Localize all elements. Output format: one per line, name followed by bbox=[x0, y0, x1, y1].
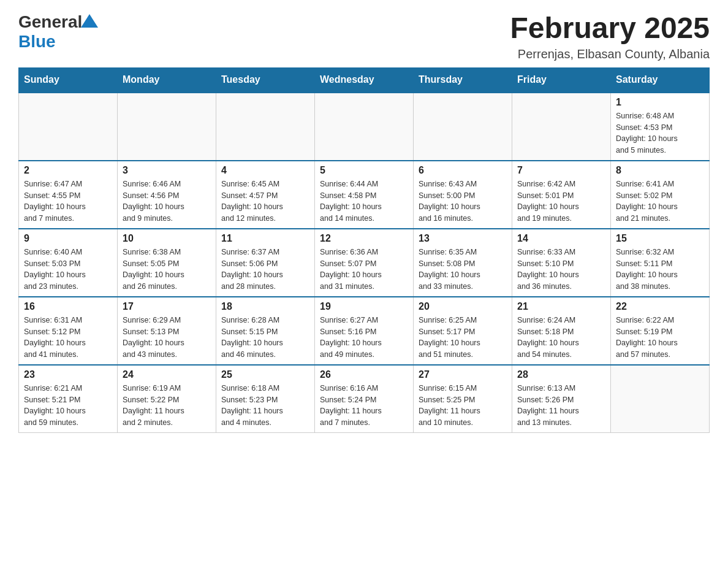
table-row: 21Sunrise: 6:24 AM Sunset: 5:18 PM Dayli… bbox=[512, 297, 611, 365]
title-block: February 2025 Perrenjas, Elbasan County,… bbox=[510, 12, 710, 61]
day-number: 9 bbox=[24, 233, 112, 244]
header-wednesday: Wednesday bbox=[315, 67, 414, 92]
table-row: 2Sunrise: 6:47 AM Sunset: 4:55 PM Daylig… bbox=[19, 161, 118, 229]
table-row: 6Sunrise: 6:43 AM Sunset: 5:00 PM Daylig… bbox=[414, 161, 512, 229]
day-info: Sunrise: 6:38 AM Sunset: 5:05 PM Dayligh… bbox=[123, 247, 211, 293]
calendar-week-2: 2Sunrise: 6:47 AM Sunset: 4:55 PM Daylig… bbox=[19, 161, 710, 229]
table-row: 1Sunrise: 6:48 AM Sunset: 4:53 PM Daylig… bbox=[611, 92, 710, 161]
calendar-week-3: 9Sunrise: 6:40 AM Sunset: 5:03 PM Daylig… bbox=[19, 229, 710, 297]
day-number: 3 bbox=[123, 165, 211, 176]
day-number: 7 bbox=[517, 165, 605, 176]
day-number: 18 bbox=[221, 301, 309, 312]
calendar-table: Sunday Monday Tuesday Wednesday Thursday… bbox=[18, 67, 710, 433]
header-thursday: Thursday bbox=[414, 67, 512, 92]
day-number: 26 bbox=[320, 369, 408, 380]
table-row: 13Sunrise: 6:35 AM Sunset: 5:08 PM Dayli… bbox=[414, 229, 512, 297]
table-row: 22Sunrise: 6:22 AM Sunset: 5:19 PM Dayli… bbox=[611, 297, 710, 365]
day-number: 12 bbox=[320, 233, 408, 244]
day-number: 5 bbox=[320, 165, 408, 176]
day-number: 22 bbox=[616, 301, 704, 312]
day-number: 27 bbox=[419, 369, 507, 380]
logo-blue-text: Blue bbox=[18, 32, 56, 52]
table-row: 12Sunrise: 6:36 AM Sunset: 5:07 PM Dayli… bbox=[315, 229, 414, 297]
day-info: Sunrise: 6:15 AM Sunset: 5:25 PM Dayligh… bbox=[419, 383, 507, 429]
table-row: 14Sunrise: 6:33 AM Sunset: 5:10 PM Dayli… bbox=[512, 229, 611, 297]
table-row bbox=[19, 92, 118, 161]
day-number: 28 bbox=[517, 369, 605, 380]
table-row: 7Sunrise: 6:42 AM Sunset: 5:01 PM Daylig… bbox=[512, 161, 611, 229]
day-info: Sunrise: 6:37 AM Sunset: 5:06 PM Dayligh… bbox=[221, 247, 309, 293]
table-row bbox=[414, 92, 512, 161]
weekday-header-row: Sunday Monday Tuesday Wednesday Thursday… bbox=[19, 67, 710, 92]
day-info: Sunrise: 6:40 AM Sunset: 5:03 PM Dayligh… bbox=[24, 247, 112, 293]
day-info: Sunrise: 6:36 AM Sunset: 5:07 PM Dayligh… bbox=[320, 247, 408, 293]
table-row: 5Sunrise: 6:44 AM Sunset: 4:58 PM Daylig… bbox=[315, 161, 414, 229]
day-number: 21 bbox=[517, 301, 605, 312]
day-number: 6 bbox=[419, 165, 507, 176]
logo-general-text: General bbox=[18, 12, 82, 32]
day-info: Sunrise: 6:32 AM Sunset: 5:11 PM Dayligh… bbox=[616, 247, 704, 293]
day-number: 23 bbox=[24, 369, 112, 380]
header-tuesday: Tuesday bbox=[216, 67, 315, 92]
location-title: Perrenjas, Elbasan County, Albania bbox=[510, 47, 710, 61]
day-info: Sunrise: 6:18 AM Sunset: 5:23 PM Dayligh… bbox=[221, 383, 309, 429]
day-number: 1 bbox=[616, 97, 704, 108]
day-number: 15 bbox=[616, 233, 704, 244]
day-info: Sunrise: 6:28 AM Sunset: 5:15 PM Dayligh… bbox=[221, 315, 309, 361]
table-row: 8Sunrise: 6:41 AM Sunset: 5:02 PM Daylig… bbox=[611, 161, 710, 229]
day-info: Sunrise: 6:24 AM Sunset: 5:18 PM Dayligh… bbox=[517, 315, 605, 361]
calendar-week-4: 16Sunrise: 6:31 AM Sunset: 5:12 PM Dayli… bbox=[19, 297, 710, 365]
day-info: Sunrise: 6:29 AM Sunset: 5:13 PM Dayligh… bbox=[123, 315, 211, 361]
day-number: 24 bbox=[123, 369, 211, 380]
month-title: February 2025 bbox=[510, 12, 710, 45]
calendar-week-1: 1Sunrise: 6:48 AM Sunset: 4:53 PM Daylig… bbox=[19, 92, 710, 161]
day-number: 25 bbox=[221, 369, 309, 380]
day-number: 13 bbox=[419, 233, 507, 244]
table-row bbox=[216, 92, 315, 161]
table-row: 17Sunrise: 6:29 AM Sunset: 5:13 PM Dayli… bbox=[118, 297, 216, 365]
table-row: 26Sunrise: 6:16 AM Sunset: 5:24 PM Dayli… bbox=[315, 365, 414, 433]
table-row: 20Sunrise: 6:25 AM Sunset: 5:17 PM Dayli… bbox=[414, 297, 512, 365]
table-row: 16Sunrise: 6:31 AM Sunset: 5:12 PM Dayli… bbox=[19, 297, 118, 365]
header-monday: Monday bbox=[118, 67, 216, 92]
table-row bbox=[118, 92, 216, 161]
calendar-week-5: 23Sunrise: 6:21 AM Sunset: 5:21 PM Dayli… bbox=[19, 365, 710, 433]
day-info: Sunrise: 6:31 AM Sunset: 5:12 PM Dayligh… bbox=[24, 315, 112, 361]
day-number: 4 bbox=[221, 165, 309, 176]
day-info: Sunrise: 6:13 AM Sunset: 5:26 PM Dayligh… bbox=[517, 383, 605, 429]
page-header: General Blue February 2025 Perrenjas, El… bbox=[18, 12, 710, 61]
day-info: Sunrise: 6:45 AM Sunset: 4:57 PM Dayligh… bbox=[221, 178, 309, 224]
day-info: Sunrise: 6:21 AM Sunset: 5:21 PM Dayligh… bbox=[24, 383, 112, 429]
day-info: Sunrise: 6:19 AM Sunset: 5:22 PM Dayligh… bbox=[123, 383, 211, 429]
table-row: 28Sunrise: 6:13 AM Sunset: 5:26 PM Dayli… bbox=[512, 365, 611, 433]
table-row: 15Sunrise: 6:32 AM Sunset: 5:11 PM Dayli… bbox=[611, 229, 710, 297]
day-number: 2 bbox=[24, 165, 112, 176]
day-info: Sunrise: 6:44 AM Sunset: 4:58 PM Dayligh… bbox=[320, 178, 408, 224]
day-number: 11 bbox=[221, 233, 309, 244]
table-row: 23Sunrise: 6:21 AM Sunset: 5:21 PM Dayli… bbox=[19, 365, 118, 433]
day-info: Sunrise: 6:22 AM Sunset: 5:19 PM Dayligh… bbox=[616, 315, 704, 361]
day-info: Sunrise: 6:41 AM Sunset: 5:02 PM Dayligh… bbox=[616, 178, 704, 224]
table-row: 10Sunrise: 6:38 AM Sunset: 5:05 PM Dayli… bbox=[118, 229, 216, 297]
day-number: 10 bbox=[123, 233, 211, 244]
logo-triangle-icon bbox=[81, 14, 98, 28]
table-row: 24Sunrise: 6:19 AM Sunset: 5:22 PM Dayli… bbox=[118, 365, 216, 433]
day-info: Sunrise: 6:27 AM Sunset: 5:16 PM Dayligh… bbox=[320, 315, 408, 361]
table-row: 25Sunrise: 6:18 AM Sunset: 5:23 PM Dayli… bbox=[216, 365, 315, 433]
table-row: 11Sunrise: 6:37 AM Sunset: 5:06 PM Dayli… bbox=[216, 229, 315, 297]
table-row: 4Sunrise: 6:45 AM Sunset: 4:57 PM Daylig… bbox=[216, 161, 315, 229]
day-info: Sunrise: 6:48 AM Sunset: 4:53 PM Dayligh… bbox=[616, 110, 704, 156]
day-info: Sunrise: 6:42 AM Sunset: 5:01 PM Dayligh… bbox=[517, 178, 605, 224]
table-row: 9Sunrise: 6:40 AM Sunset: 5:03 PM Daylig… bbox=[19, 229, 118, 297]
logo: General Blue bbox=[18, 12, 98, 52]
table-row: 19Sunrise: 6:27 AM Sunset: 5:16 PM Dayli… bbox=[315, 297, 414, 365]
table-row: 18Sunrise: 6:28 AM Sunset: 5:15 PM Dayli… bbox=[216, 297, 315, 365]
day-info: Sunrise: 6:46 AM Sunset: 4:56 PM Dayligh… bbox=[123, 178, 211, 224]
day-info: Sunrise: 6:35 AM Sunset: 5:08 PM Dayligh… bbox=[419, 247, 507, 293]
day-number: 14 bbox=[517, 233, 605, 244]
day-number: 20 bbox=[419, 301, 507, 312]
day-number: 17 bbox=[123, 301, 211, 312]
table-row: 27Sunrise: 6:15 AM Sunset: 5:25 PM Dayli… bbox=[414, 365, 512, 433]
day-info: Sunrise: 6:47 AM Sunset: 4:55 PM Dayligh… bbox=[24, 178, 112, 224]
day-info: Sunrise: 6:16 AM Sunset: 5:24 PM Dayligh… bbox=[320, 383, 408, 429]
